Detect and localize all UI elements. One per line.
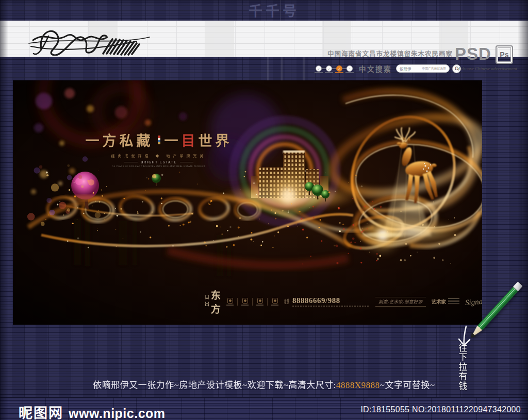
- artist-block: 艺术家: [432, 298, 460, 305]
- title-left: 一方私藏: [86, 130, 154, 150]
- step-check-icon: ✓: [326, 65, 332, 72]
- search-row: ✓ ✓ ✓ • 中文搜索 依邢伊 中国广告我就选择: [316, 63, 461, 74]
- award-seal-icon: [271, 298, 278, 306]
- poster-artwork: [13, 80, 482, 325]
- psd-tagline: I'd choose Chinese advertisement: [455, 66, 525, 71]
- page: { "decor": { "top_watermark": "千千号" }, "…: [0, 0, 528, 420]
- poster-tagline-en: 50 YEARS OF BRILLIANT ACHIEVEMENTS BRILL…: [79, 165, 239, 167]
- caption-line: 依嘀邢伊又一张力作~房地产设计模板~欢迎下载~高清大尺寸:4888X9888~文…: [0, 378, 528, 391]
- hotline: 热线电话 88886669/988: [284, 296, 370, 307]
- award-seal-icon: [226, 298, 234, 306]
- title-right: 一目世界: [164, 130, 233, 150]
- script-note: 新意·艺术家·创意好梦: [375, 297, 426, 307]
- search-input[interactable]: 依邢伊 中国广告我就选择: [396, 64, 450, 73]
- search-brand: 中文搜索: [359, 63, 392, 74]
- award-seal-icon: [256, 298, 263, 306]
- award-seals: [226, 298, 278, 306]
- artist-signature: [26, 23, 157, 56]
- poster-preview[interactable]: 一方私藏 一目世界 经典成就辉煌 ◆ 地产学府完美 BRIGHT ESTATE …: [13, 80, 482, 325]
- search-hint: 中国广告我就选择: [422, 66, 446, 71]
- hanging-line: [267, 57, 269, 81]
- signature-script: Signature: [465, 296, 482, 307]
- hanging-line: [303, 57, 305, 81]
- poster-title-block: 一方私藏 一目世界 经典成就辉煌 ◆ 地产学府完美 BRIGHT ESTATE …: [79, 130, 239, 167]
- header-slogan: 中国海南省文昌市龙楼镇留朱木农民画家: [327, 48, 453, 58]
- pencil-shaft: [477, 287, 518, 330]
- developer-logo: 日出东方: [205, 288, 221, 315]
- photoshop-icon: Ps: [496, 45, 513, 64]
- award-seal-icon: [241, 298, 249, 306]
- site-name: 昵图网: [19, 402, 63, 420]
- image-id-text: ID:18155055 NO:20180111220947342000: [360, 405, 521, 414]
- poster-brand-en: BRIGHT ESTATE: [79, 160, 239, 164]
- psd-block: PSD Ps I'd choose Chinese advertisement: [455, 45, 525, 71]
- top-watermark: 千千号: [249, 0, 300, 20]
- step-indicator: ✓ ✓ ✓ •: [316, 65, 353, 72]
- step-active-icon: ✓: [336, 65, 342, 72]
- caption-size: 4888X9888: [336, 380, 380, 390]
- header-band: 中国海南省文昌市龙楼镇留朱木农民画家 ✓ ✓ ✓ • 中文搜索 依邢伊 中国广告…: [0, 21, 528, 57]
- poster-footer-row: 日出东方 热线电话 88886669/988 新意·艺术家·创意好梦 艺术家 S…: [205, 291, 478, 312]
- hotline-number: 88886669/988: [292, 296, 370, 305]
- psd-text: PSD: [455, 45, 491, 63]
- step-pending-icon: •: [346, 65, 353, 72]
- search-value: 依邢伊: [400, 66, 411, 72]
- hanging-line: [281, 57, 283, 81]
- site-url[interactable]: www.nipic.com: [69, 406, 166, 420]
- site-logo: 昵图网 www.nipic.com: [19, 402, 166, 420]
- title-divider: [158, 136, 160, 144]
- step-check-icon: ✓: [316, 65, 322, 72]
- poster-subtitle: 经典成就辉煌 ◆ 地产学府完美: [79, 153, 239, 158]
- footer-bar: 昵图网 www.nipic.com ID:18155055 NO:2018011…: [0, 397, 528, 420]
